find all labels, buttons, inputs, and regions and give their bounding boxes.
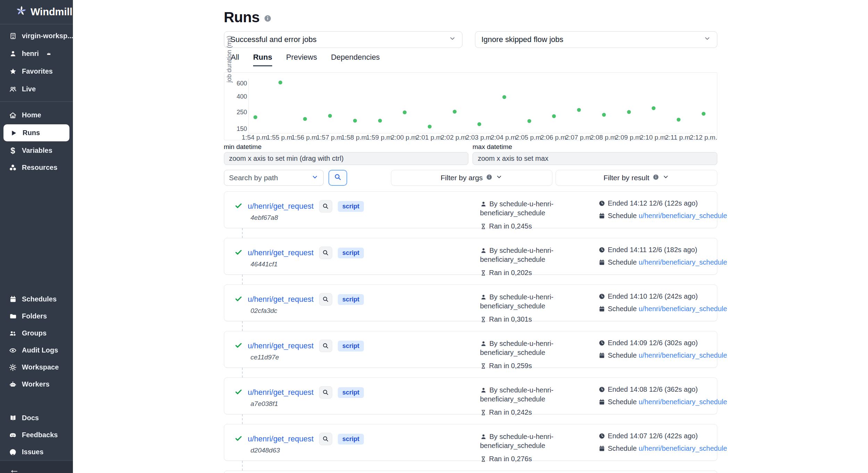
inspect-run-button[interactable] — [319, 386, 332, 399]
sidebar-item-home[interactable]: Home — [0, 107, 73, 124]
run-duration: Ran in 0,259s — [489, 362, 532, 370]
hourglass-icon — [480, 223, 486, 230]
chart-data-point[interactable] — [702, 112, 706, 116]
schedule-link[interactable]: u/henri/beneficiary_schedule — [639, 445, 727, 452]
chart-data-point[interactable] — [303, 117, 307, 121]
clock-icon — [599, 247, 605, 253]
app-brand[interactable]: Windmill — [0, 0, 73, 24]
sidebar-item-label: Home — [22, 111, 41, 119]
schedule-link[interactable]: u/henri/beneficiary_schedule — [639, 351, 727, 359]
sidebar-item-issues[interactable]: Issues — [0, 443, 73, 460]
job-duration-chart[interactable]: job duration (ms) 1502504006001:54 p.m.1… — [224, 72, 717, 140]
job-kind-select[interactable]: Successful and error jobs — [224, 31, 462, 48]
chart-data-point[interactable] — [652, 106, 656, 110]
tab-previews[interactable]: Previews — [286, 53, 317, 66]
schedule-link[interactable]: u/henri/beneficiary_schedule — [639, 398, 727, 406]
inspect-run-button[interactable] — [319, 200, 332, 213]
sidebar: Windmill virgin-worksp... — [0, 0, 73, 473]
sidebar-item-feedbacks[interactable]: Feedbacks — [0, 426, 73, 443]
sidebar-item-schedules[interactable]: Schedules — [0, 291, 73, 308]
max-datetime-input[interactable] — [473, 152, 717, 165]
info-icon[interactable] — [264, 15, 272, 22]
inspect-run-button[interactable] — [319, 433, 332, 445]
search-icon — [334, 173, 342, 182]
run-duration: Ran in 0,202s — [489, 269, 532, 276]
chart-data-point[interactable] — [677, 118, 681, 122]
chart-data-point[interactable] — [577, 108, 581, 112]
sidebar-item-groups[interactable]: Groups — [0, 325, 73, 342]
chart-data-point[interactable] — [552, 114, 556, 118]
sidebar-item-runs[interactable]: Runs — [3, 124, 69, 141]
sidebar-item-live[interactable]: Live — [0, 80, 73, 98]
sidebar-item-docs[interactable]: Docs — [0, 409, 73, 426]
run-path-link[interactable]: u/henri/get_request — [248, 248, 314, 257]
run-id: a7e038f1 — [251, 400, 278, 408]
skipped-jobs-select[interactable]: Ignore skipped flow jobs — [475, 31, 717, 48]
chart-data-point[interactable] — [627, 110, 631, 114]
chart-data-point[interactable] — [477, 122, 481, 126]
run-row[interactable]: u/henri/get_request script By schedule-u… — [224, 471, 717, 473]
chart-data-point[interactable] — [278, 81, 282, 84]
tab-runs[interactable]: Runs — [253, 53, 272, 66]
chart-data-point[interactable] — [253, 115, 257, 119]
schedule-link[interactable]: u/henri/beneficiary_schedule — [639, 212, 727, 219]
sidebar-item-workspace[interactable]: Workspace — [0, 359, 73, 376]
search-by-path-select[interactable]: Search by path — [224, 170, 324, 186]
run-path-link[interactable]: u/henri/get_request — [248, 341, 314, 350]
run-row[interactable]: u/henri/get_request script 4ebf67a8 By s… — [224, 191, 717, 228]
run-id: 4ebf67a8 — [251, 214, 278, 222]
sidebar-item-audit-logs[interactable]: Audit Logs — [0, 342, 73, 359]
sidebar-item-favorites[interactable]: Favorites — [0, 63, 73, 80]
inspect-run-button[interactable] — [319, 247, 332, 259]
run-path-link[interactable]: u/henri/get_request — [248, 202, 314, 211]
chart-data-point[interactable] — [527, 119, 531, 123]
chart-data-point[interactable] — [453, 110, 457, 114]
run-row[interactable]: u/henri/get_request script a7e038f1 By s… — [224, 377, 717, 414]
inspect-run-button[interactable] — [319, 293, 332, 306]
workspace-name: virgin-worksp... — [22, 32, 73, 40]
workspace-switcher[interactable]: virgin-worksp... — [0, 27, 73, 45]
chart-data-point[interactable] — [353, 119, 357, 123]
search-button[interactable] — [328, 170, 347, 186]
tab-dependencies[interactable]: Dependencies — [331, 53, 380, 66]
gear-icon — [9, 364, 17, 371]
sidebar-item-variables[interactable]: $ Variables — [0, 142, 73, 159]
chart-data-point[interactable] — [602, 113, 606, 117]
filter-by-result-button[interactable]: Filter by result — [556, 170, 717, 186]
min-datetime-input[interactable] — [224, 152, 469, 165]
chart-data-point[interactable] — [502, 95, 506, 99]
run-triggered-by: By schedule-u-henri-beneficiary_schedule — [480, 247, 554, 263]
schedule-link[interactable]: u/henri/beneficiary_schedule — [639, 258, 727, 266]
run-path-link[interactable]: u/henri/get_request — [248, 434, 314, 443]
user-icon — [480, 201, 487, 207]
main-content: Runs Successful and error jobs Ignore sk… — [73, 0, 868, 473]
clock-icon — [599, 433, 605, 439]
success-check-icon — [235, 388, 242, 397]
schedule-prefix: Schedule — [608, 305, 637, 313]
inspect-run-button[interactable] — [319, 340, 332, 352]
chart-data-point[interactable] — [403, 110, 407, 114]
user-menu[interactable]: henri — [0, 45, 73, 63]
sidebar-item-label: Issues — [22, 448, 43, 456]
run-path-link[interactable]: u/henri/get_request — [248, 388, 314, 397]
chevron-down-icon — [496, 174, 502, 182]
sidebar-item-workers[interactable]: Workers — [0, 376, 73, 393]
run-row[interactable]: u/henri/get_request script ce11d97e By s… — [224, 331, 717, 368]
chart-data-point[interactable] — [378, 119, 382, 123]
run-connector — [242, 321, 243, 331]
run-row[interactable]: u/henri/get_request script 02cfa3dc By s… — [224, 284, 717, 321]
play-icon — [10, 129, 17, 137]
user-icon — [480, 387, 487, 393]
chart-data-point[interactable] — [428, 125, 432, 128]
sidebar-item-folders[interactable]: Folders — [0, 308, 73, 325]
chart-x-tick: 2:12 p.m. — [683, 134, 724, 141]
filter-by-args-button[interactable]: Filter by args — [391, 170, 552, 186]
run-row[interactable]: u/henri/get_request script 46441cf1 By s… — [224, 238, 717, 275]
run-row[interactable]: u/henri/get_request script d2048d63 By s… — [224, 424, 717, 461]
chart-data-point[interactable] — [328, 114, 332, 118]
run-path-link[interactable]: u/henri/get_request — [248, 295, 314, 304]
crown-icon — [46, 51, 51, 56]
schedule-link[interactable]: u/henri/beneficiary_schedule — [639, 305, 727, 313]
collapse-sidebar-icon[interactable]: ← — [9, 464, 19, 473]
sidebar-item-resources[interactable]: Resources — [0, 159, 73, 176]
